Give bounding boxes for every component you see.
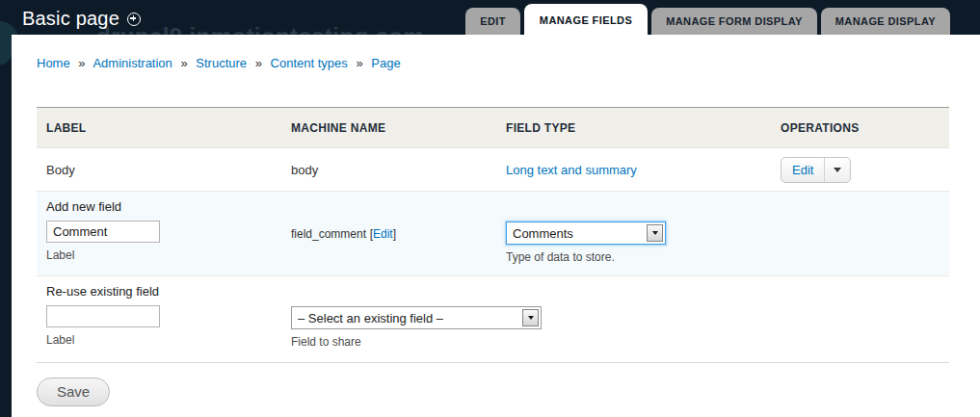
- dropdown-arrow-icon[interactable]: [522, 309, 539, 326]
- field-share-caption: Field to share: [291, 335, 761, 349]
- spacer: [506, 199, 761, 222]
- edit-dropdown-toggle[interactable]: [824, 158, 850, 182]
- fields-table: LABEL MACHINE NAME FIELD TYPE OPERATIONS…: [37, 107, 949, 363]
- column-header-operations: OPERATIONS: [771, 108, 949, 148]
- operations-split-button: Edit: [781, 157, 851, 183]
- body-field-machine-name: body: [281, 148, 496, 192]
- screen: drupal9.inmotiontesting.com Basic page E…: [0, 0, 980, 417]
- body-field-label: Body: [37, 148, 281, 192]
- table-header-row: LABEL MACHINE NAME FIELD TYPE OPERATIONS: [37, 108, 949, 148]
- content-panel: Home » Administration » Structure » Cont…: [12, 35, 980, 417]
- machine-name-edit-link[interactable]: Edit: [373, 227, 393, 241]
- tab-manage-fields[interactable]: MANAGE FIELDS: [524, 4, 648, 35]
- breadcrumb-administration[interactable]: Administration: [93, 56, 172, 70]
- column-header-label: LABEL: [37, 108, 281, 148]
- field-type-select-value: Comments: [513, 226, 573, 241]
- existing-field-select[interactable]: – Select an existing field –: [291, 306, 542, 329]
- breadcrumb-structure[interactable]: Structure: [196, 56, 247, 70]
- tab-edit[interactable]: EDIT: [465, 8, 520, 35]
- spacer: [291, 284, 761, 306]
- field-type-select[interactable]: Comments: [506, 222, 666, 245]
- page-title: Basic page: [22, 8, 141, 30]
- add-new-field-title: Add new field: [46, 199, 272, 214]
- label-caption: Label: [46, 248, 272, 262]
- edit-button[interactable]: Edit: [781, 158, 824, 182]
- breadcrumb-separator: »: [78, 56, 85, 70]
- breadcrumb-page[interactable]: Page: [371, 56, 400, 70]
- reuse-field-label-input[interactable]: [46, 305, 160, 327]
- column-header-field-type: FIELD TYPE: [496, 108, 771, 148]
- plus-circle-icon[interactable]: [127, 13, 141, 26]
- tab-manage-display[interactable]: MANAGE DISPLAY: [821, 8, 950, 35]
- triangle-down-icon: [528, 316, 534, 320]
- field-type-caption: Type of data to store.: [506, 250, 761, 264]
- breadcrumb: Home » Administration » Structure » Cont…: [37, 56, 980, 70]
- save-button[interactable]: Save: [37, 378, 110, 406]
- reuse-existing-field-title: Re-use existing field: [46, 284, 272, 299]
- triangle-down-icon: [652, 231, 658, 235]
- reuse-existing-field-row: Re-use existing field Label – Select an …: [37, 276, 949, 363]
- new-field-label-input[interactable]: [46, 221, 160, 243]
- breadcrumb-separator: »: [180, 56, 187, 70]
- breadcrumb-separator: »: [356, 56, 362, 70]
- breadcrumb-content-types[interactable]: Content types: [271, 56, 348, 70]
- body-field-type-link[interactable]: Long text and summary: [506, 163, 637, 177]
- breadcrumb-home[interactable]: Home: [37, 56, 70, 70]
- breadcrumb-separator: »: [255, 56, 262, 70]
- tab-manage-form-display[interactable]: MANAGE FORM DISPLAY: [651, 8, 817, 35]
- dropdown-arrow-icon[interactable]: [647, 224, 663, 242]
- existing-field-select-value: – Select an existing field –: [298, 311, 443, 326]
- machine-name-value: field_comment: [291, 227, 366, 241]
- column-header-machine-name: MACHINE NAME: [281, 108, 496, 148]
- page-title-text: Basic page: [22, 8, 119, 30]
- label-caption: Label: [46, 333, 272, 347]
- caret-down-icon: [834, 168, 841, 172]
- add-new-field-row: Add new field Label field_comment [Edit]…: [37, 192, 949, 276]
- primary-tabs: EDIT MANAGE FIELDS MANAGE FORM DISPLAY M…: [465, 0, 950, 35]
- table-row-body-field: Body body Long text and summary Edit: [37, 148, 949, 192]
- bracket: ]: [393, 227, 396, 241]
